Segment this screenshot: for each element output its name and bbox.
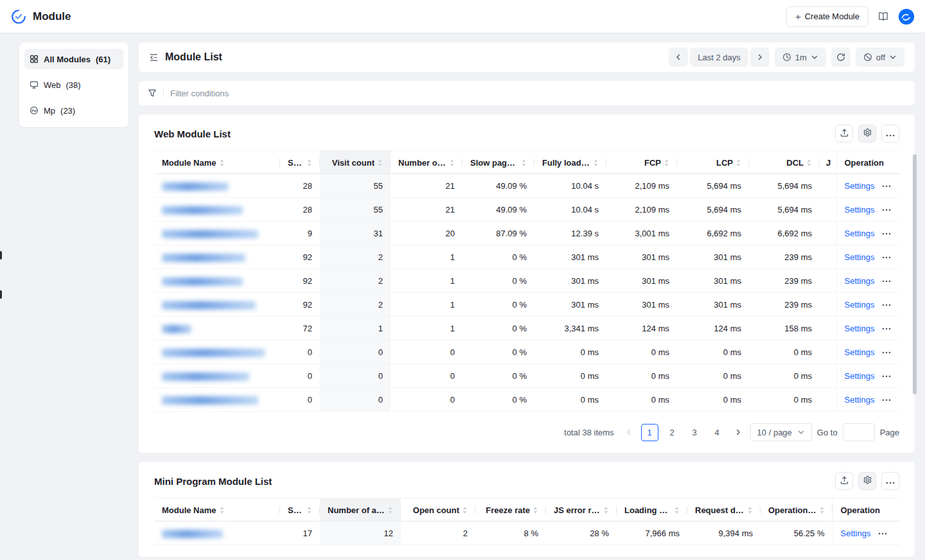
module-name-link[interactable] <box>162 372 249 381</box>
row-more-icon[interactable] <box>882 280 891 283</box>
pagination-next-icon[interactable] <box>731 424 745 441</box>
mini-program-module-table: Module NameScoreNumber of ac...Open coun… <box>154 498 899 545</box>
column-header-lcp[interactable]: LCP <box>677 151 749 174</box>
card-more-button[interactable] <box>881 125 899 143</box>
settings-link[interactable]: Settings <box>845 181 875 191</box>
settings-link[interactable]: Settings <box>845 324 875 333</box>
column-settings-button[interactable] <box>858 125 876 143</box>
column-header-fcp[interactable]: FCP <box>606 151 677 174</box>
value-cell: 0 ms <box>749 340 820 364</box>
module-type-list: All Modules(61)Web(38)Mp(23) <box>19 42 128 127</box>
time-next-button[interactable] <box>750 48 770 67</box>
row-more-icon[interactable] <box>882 399 891 401</box>
settings-link[interactable]: Settings <box>845 205 875 214</box>
pagination-page-3[interactable]: 3 <box>686 424 703 441</box>
module-name-link[interactable] <box>162 301 256 310</box>
column-header-module-name[interactable]: Module Name <box>154 151 280 174</box>
row-more-icon[interactable] <box>882 375 891 378</box>
column-header-score[interactable]: Score <box>280 151 320 174</box>
column-settings-button[interactable] <box>858 472 876 490</box>
value-cell: 0 % <box>463 388 534 412</box>
column-header-dcl[interactable]: DCL <box>749 151 820 174</box>
column-header-slow-page-ratio[interactable]: Slow page ratio <box>463 151 534 174</box>
mp-icon <box>30 106 39 115</box>
column-label: Freeze rate <box>486 505 530 515</box>
row-more-icon[interactable] <box>882 209 891 211</box>
value-cell: 5,694 ms <box>677 174 749 198</box>
settings-link[interactable]: Settings <box>845 252 875 262</box>
card-more-button[interactable] <box>881 472 899 490</box>
export-button[interactable] <box>835 472 853 490</box>
module-name-link[interactable] <box>162 277 243 286</box>
time-prev-button[interactable] <box>669 48 688 67</box>
column-header-score[interactable]: Score <box>280 498 320 521</box>
score-cell: 72 <box>280 317 320 340</box>
module-name-link[interactable] <box>162 230 258 238</box>
pagination-page-4[interactable]: 4 <box>709 424 726 441</box>
column-header-visit-count[interactable]: Visit count <box>320 151 391 174</box>
settings-link[interactable]: Settings <box>845 347 875 357</box>
collapse-sidebar-icon[interactable] <box>149 53 159 62</box>
row-more-icon[interactable] <box>882 185 891 188</box>
row-more-icon[interactable] <box>882 304 891 306</box>
column-header-operation-ava[interactable]: Operation ava... <box>761 498 833 521</box>
avatar[interactable] <box>898 8 915 25</box>
row-more-icon[interactable] <box>882 328 891 330</box>
settings-link[interactable]: Settings <box>845 276 875 286</box>
pagination-page-2[interactable]: 2 <box>664 424 681 441</box>
row-more-icon[interactable] <box>878 532 887 535</box>
row-more-icon[interactable] <box>882 256 891 259</box>
column-header-module-name[interactable]: Module Name <box>154 498 280 521</box>
column-header-js-error-rate[interactable]: JS error rate <box>546 498 617 521</box>
module-name-link[interactable] <box>162 254 245 262</box>
column-label: Loading durat... <box>624 505 671 515</box>
goto-page-input[interactable] <box>843 423 875 441</box>
module-name-link[interactable] <box>162 182 229 191</box>
ellipsis-icon <box>886 477 895 486</box>
refresh-icon <box>836 53 845 62</box>
sidebar-item-mp[interactable]: Mp(23) <box>24 100 123 121</box>
export-button[interactable] <box>835 125 853 143</box>
pagination-page-1[interactable]: 1 <box>641 424 658 441</box>
clipped-cell <box>820 174 836 198</box>
sidebar-item-all-modules[interactable]: All Modules(61) <box>24 49 123 69</box>
create-module-button[interactable]: + Create Module <box>786 6 868 27</box>
column-header-number-of-ac[interactable]: Number of ac... <box>320 498 401 521</box>
column-label: Score <box>288 158 304 168</box>
interval-select[interactable]: 1m <box>775 48 826 67</box>
column-header-number-of-ac[interactable]: Number of ac... <box>391 151 463 174</box>
top-bar: Module + Create Module <box>0 0 925 33</box>
scrollbar-thumb[interactable] <box>913 154 917 394</box>
module-name-link[interactable] <box>162 530 223 538</box>
column-header-fully-loaded[interactable]: Fully loaded <box>534 151 606 174</box>
column-header-loading-durat[interactable]: Loading durat... <box>617 498 687 521</box>
page-size-select[interactable]: 10 / page <box>750 423 812 441</box>
module-name-link[interactable] <box>162 396 258 405</box>
sidebar-item-web[interactable]: Web(38) <box>24 74 123 95</box>
column-header-request-durat[interactable]: Request durat... <box>687 498 761 521</box>
module-name-link[interactable] <box>162 206 243 214</box>
gear-icon <box>863 475 872 487</box>
settings-link[interactable]: Settings <box>841 529 871 538</box>
settings-link[interactable]: Settings <box>845 300 875 310</box>
row-more-icon[interactable] <box>882 351 891 354</box>
settings-link[interactable]: Settings <box>845 395 875 405</box>
column-header-j: J <box>820 151 836 174</box>
column-header-open-count[interactable]: Open count <box>401 498 475 521</box>
pagination-prev-icon[interactable] <box>622 424 636 441</box>
module-name-link[interactable] <box>162 349 265 357</box>
refresh-button[interactable] <box>831 48 850 67</box>
pagination-pages: 1234 <box>641 424 726 441</box>
column-header-freeze-rate[interactable]: Freeze rate <box>475 498 546 521</box>
filter-conditions-input[interactable] <box>170 89 906 98</box>
module-name-link[interactable] <box>162 325 191 333</box>
docs-icon[interactable] <box>877 11 889 22</box>
monitor-icon <box>30 80 39 89</box>
row-more-icon[interactable] <box>882 232 891 235</box>
value-cell: 301 ms <box>606 293 677 317</box>
settings-link[interactable]: Settings <box>845 229 875 238</box>
autorefresh-select[interactable]: off <box>856 48 904 67</box>
time-range-button[interactable]: Last 2 days <box>690 48 748 67</box>
settings-link[interactable]: Settings <box>845 371 875 381</box>
operation-cell: Settings <box>836 340 899 364</box>
